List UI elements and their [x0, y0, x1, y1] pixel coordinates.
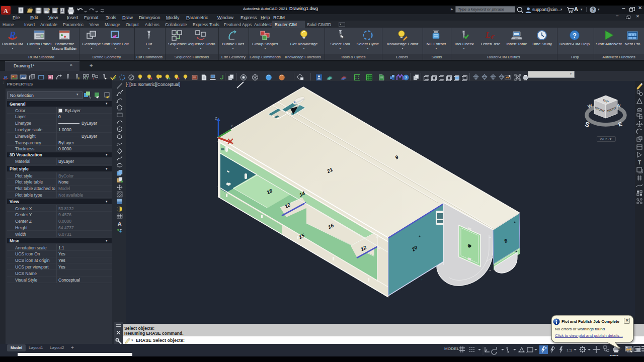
- svg-text:S: S: [584, 120, 591, 129]
